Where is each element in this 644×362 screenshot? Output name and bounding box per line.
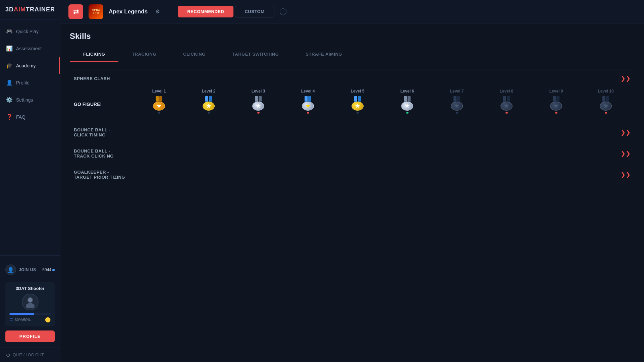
user-name: 3DAT Shooter <box>9 286 51 291</box>
profile-button[interactable]: PROFILE <box>5 330 55 342</box>
tab-flicking[interactable]: FLICKING <box>70 47 118 62</box>
shield-icon: 🛡 <box>9 317 13 322</box>
settings-icon: ⚙️ <box>6 97 13 103</box>
medal-dot-5 <box>357 112 359 114</box>
sidebar-item-quick-play[interactable]: 🎮 Quick Play <box>0 23 60 40</box>
sidebar-item-label: Assessment <box>16 46 42 51</box>
tab-target-switching[interactable]: TARGET SWITCHING <box>219 47 292 62</box>
level-label-3: Level 3 <box>252 89 265 94</box>
sidebar-item-faq[interactable]: ❓ FAQ <box>0 108 60 125</box>
level-col-6: Level 6 ★ <box>382 89 432 114</box>
profile-icon: 👤 <box>6 79 13 86</box>
gun-icon: 🎮 <box>6 28 13 35</box>
medal-dot-2 <box>208 112 210 114</box>
join-us-row: 👤 JOIN US 5944 <box>5 261 55 279</box>
sidebar-item-label: Academy <box>16 63 36 68</box>
exercise-header: SPHERE CLASH ❯❯ <box>70 75 635 82</box>
level-col-3: Level 3 ★ <box>233 89 283 114</box>
exercise-header-3: BOUNCE BALL -TRACK CLICKING ❯❯ <box>70 148 635 159</box>
exercise-name: SPHERE CLASH <box>74 76 110 81</box>
level-col-10: Level 10 ★ <box>581 89 631 114</box>
level-col-8: Level 8 ★ <box>482 89 531 114</box>
level-label-8: Level 8 <box>500 89 514 94</box>
coin-icon: 🟡 <box>45 317 51 322</box>
exercise-name-2: BOUNCE BALL -CLICK TIMING <box>74 127 110 137</box>
logo-text: 3DAIMTRAINER <box>5 6 55 13</box>
logo: 3DAIMTRAINER <box>0 0 60 19</box>
level-label-5: Level 5 <box>351 89 365 94</box>
custom-tab[interactable]: CUSTOM <box>235 6 274 17</box>
join-us-avatar: 👤 <box>5 264 16 275</box>
level-col-7: Level 7 ★ <box>432 89 482 114</box>
exercise-name-4: GOALKEEPER -TARGET PRIORITIZING <box>74 170 125 180</box>
user-card: 3DAT Shooter 🛡 60%/50% 🟡 <box>5 282 55 326</box>
join-us-text: JOIN US <box>19 267 36 272</box>
sidebar-item-label: Quick Play <box>16 29 39 34</box>
collapse-button[interactable]: ❯❯ <box>621 75 631 82</box>
exercise-label: GO FIGURE! <box>74 102 134 114</box>
xp-bar-container <box>9 313 51 315</box>
skills-title: Skills <box>70 32 635 41</box>
medal-1[interactable]: ★ <box>152 96 166 114</box>
exercise-header-4: GOALKEEPER -TARGET PRIORITIZING ❯❯ <box>70 170 635 180</box>
sidebar-bottom: 👤 JOIN US 5944 3DAT Shooter 🛡 60% <box>0 255 60 348</box>
sidebar-item-label: Profile <box>16 80 30 85</box>
level-col-1: Level 1 ★ <box>134 89 184 114</box>
medal-dot-9 <box>555 112 557 114</box>
level-label-7: Level 7 <box>450 89 464 94</box>
medal-7[interactable]: ★ <box>449 96 464 114</box>
exercise-goalkeeper: GOALKEEPER -TARGET PRIORITIZING ❯❯ <box>70 164 635 185</box>
medal-dot-1 <box>158 112 160 114</box>
svg-point-1 <box>26 303 35 308</box>
quit-logout[interactable]: ⏻ QUIT / LOG OUT <box>0 348 60 362</box>
sidebar-item-settings[interactable]: ⚙️ Settings <box>0 91 60 108</box>
gear-button[interactable]: ⚙ <box>153 7 162 16</box>
tab-buttons: RECOMMENDED CUSTOM <box>178 6 274 17</box>
game-name: Apex Legends <box>109 8 148 15</box>
sidebar-item-profile[interactable]: 👤 Profile <box>0 74 60 91</box>
expand-button-2[interactable]: ❯❯ <box>621 129 631 136</box>
medal-dot-7 <box>456 112 458 114</box>
exercise-bounce-ball-track: BOUNCE BALL -TRACK CLICKING ❯❯ <box>70 143 635 164</box>
levels-row: GO FIGURE! Level 1 ★ Level 2 <box>70 82 635 116</box>
faq-icon: ❓ <box>6 114 13 120</box>
sidebar-item-label: FAQ <box>16 114 25 120</box>
medal-2[interactable]: ★ <box>201 96 216 114</box>
exercise-name-3: BOUNCE BALL -TRACK CLICKING <box>74 148 114 159</box>
medal-5[interactable]: ★ <box>350 96 365 114</box>
sidebar: 3DAIMTRAINER 🎮 Quick Play 📊 Assessment 🎓… <box>0 0 60 362</box>
switch-icon-box: ⇄ <box>68 4 83 19</box>
medal-10[interactable]: ★ <box>598 96 613 114</box>
game-image: APEXLEG <box>89 4 103 19</box>
medal-dot-3 <box>257 112 260 114</box>
level-col-4: Level 4 ★ <box>283 89 333 114</box>
coin-dot <box>52 269 55 271</box>
academy-icon: 🎓 <box>6 62 13 69</box>
sidebar-item-academy[interactable]: 🎓 Academy <box>0 57 60 74</box>
level-label-6: Level 6 <box>400 89 414 94</box>
recommended-tab[interactable]: RECOMMENDED <box>178 6 233 17</box>
medal-6[interactable]: ★ <box>400 96 415 114</box>
exercise-header-2: BOUNCE BALL -CLICK TIMING ❯❯ <box>70 127 635 137</box>
tab-clicking[interactable]: CLICKING <box>170 47 219 62</box>
info-icon[interactable]: i <box>280 8 286 15</box>
expand-button-4[interactable]: ❯❯ <box>621 171 631 178</box>
user-avatar <box>22 294 39 310</box>
tab-tracking[interactable]: TRACKING <box>118 47 170 62</box>
power-icon: ⏻ <box>6 353 10 357</box>
level-label-4: Level 4 <box>301 89 315 94</box>
level-col-2: Level 2 ★ <box>184 89 233 114</box>
medal-3[interactable]: ★ <box>251 96 266 114</box>
medal-dot-8 <box>505 112 508 114</box>
expand-button-3[interactable]: ❯❯ <box>621 150 631 157</box>
tab-strafe-aiming[interactable]: STRAFE AIMING <box>292 47 356 62</box>
medal-dot-4 <box>307 112 309 114</box>
level-label-9: Level 9 <box>549 89 563 94</box>
medal-4[interactable]: ★ <box>301 96 315 114</box>
sidebar-item-assessment[interactable]: 📊 Assessment <box>0 40 60 57</box>
medal-8[interactable]: ★ <box>499 96 514 114</box>
medal-9[interactable]: ★ <box>549 96 564 114</box>
medal-dot-6 <box>406 112 409 114</box>
medal-dot-10 <box>605 112 607 114</box>
header: ⇄ APEXLEG Apex Legends ⚙ RECOMMENDED CUS… <box>60 0 644 23</box>
